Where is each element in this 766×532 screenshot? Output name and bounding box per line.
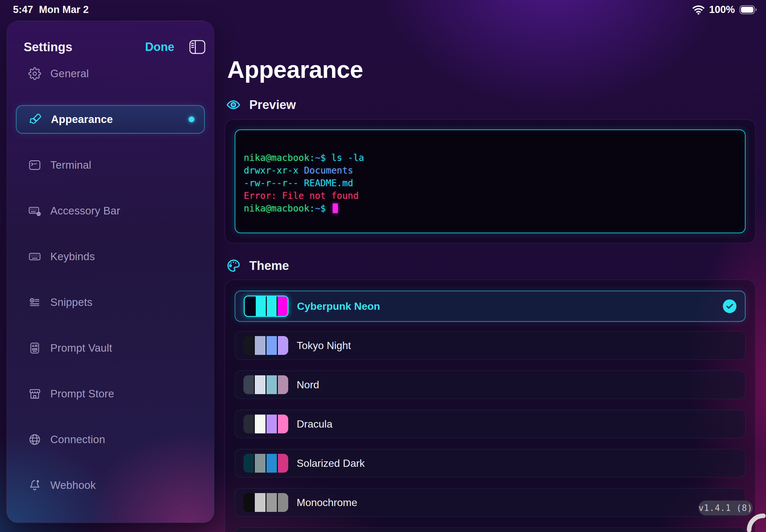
theme-row-nord[interactable]: Nord bbox=[235, 370, 746, 399]
sidebar-item-general[interactable]: General bbox=[16, 59, 205, 88]
theme-name: Dracula bbox=[297, 418, 332, 430]
sidebar-item-keybinds[interactable]: Keybinds bbox=[16, 242, 205, 271]
sidebar-item-label: Appearance bbox=[51, 113, 113, 126]
status-time: 5:47 bbox=[13, 4, 33, 16]
terminal-line: nika@macbook:~$ ls -la bbox=[244, 151, 745, 164]
sidebar-item-label: Prompt Vault bbox=[50, 342, 112, 354]
sidebar-item-connection[interactable]: Connection bbox=[16, 425, 205, 454]
theme-swatch bbox=[243, 375, 288, 394]
sidebar-toggle-icon[interactable] bbox=[189, 40, 205, 54]
terminal-cursor bbox=[333, 203, 338, 213]
storefront-icon bbox=[28, 387, 41, 400]
theme-name: Cyberpunk Neon bbox=[297, 300, 380, 312]
sidebar-item-label: Snippets bbox=[50, 296, 92, 308]
theme-name: Solarized Dark bbox=[297, 457, 365, 469]
settings-sidebar: Settings Done General Appearance Termina… bbox=[6, 21, 214, 523]
theme-list: Cyberpunk Neon Tokyo Night Nord Dracula bbox=[225, 280, 756, 532]
preview-card: nika@macbook:~$ ls -ladrwxr-xr-x Documen… bbox=[225, 119, 756, 243]
theme-swatch bbox=[243, 493, 288, 512]
selected-dot bbox=[188, 116, 194, 122]
preview-section-header: Preview bbox=[226, 97, 296, 112]
eye-icon bbox=[226, 97, 241, 112]
theme-row-dracula[interactable]: Dracula bbox=[235, 410, 746, 438]
wifi-icon bbox=[692, 5, 705, 15]
paintbrush-icon bbox=[29, 113, 42, 126]
terminal-line: drwxr-xr-x Documents bbox=[244, 164, 745, 177]
theme-swatch bbox=[244, 296, 288, 317]
sidebar-item-appearance[interactable]: Appearance bbox=[16, 105, 205, 134]
theme-name: Tokyo Night bbox=[297, 340, 351, 352]
theme-swatch bbox=[243, 454, 288, 473]
status-date: Mon Mar 2 bbox=[39, 4, 89, 16]
keyboard-badge-icon bbox=[28, 204, 41, 217]
sidebar-item-terminal[interactable]: Terminal bbox=[16, 151, 205, 179]
theme-section-header: Theme bbox=[226, 258, 289, 273]
page-title: Appearance bbox=[227, 56, 363, 83]
keyboard-icon bbox=[28, 250, 41, 263]
terminal-icon bbox=[28, 159, 41, 172]
theme-row-partial[interactable] bbox=[235, 527, 746, 532]
sidebar-item-label: Accessory Bar bbox=[50, 205, 120, 217]
terminal-line: Error: File not found bbox=[244, 189, 745, 202]
sidebar-item-label: Connection bbox=[50, 433, 105, 446]
terminal-preview: nika@macbook:~$ ls -ladrwxr-xr-x Documen… bbox=[235, 129, 746, 233]
theme-row-solarized-dark[interactable]: Solarized Dark bbox=[235, 449, 746, 478]
done-button[interactable]: Done bbox=[145, 40, 174, 54]
theme-name: Nord bbox=[297, 379, 319, 391]
terminal-line: nika@macbook:~$ bbox=[244, 202, 745, 215]
bell-icon bbox=[28, 479, 41, 492]
sidebar-item-accessory-bar[interactable]: Accessory Bar bbox=[16, 197, 205, 225]
theme-label: Theme bbox=[249, 259, 289, 273]
sidebar-item-label: General bbox=[50, 67, 89, 80]
status-bar: 5:47 Mon Mar 2 100% bbox=[13, 3, 757, 17]
sidebar-nav: General Appearance Terminal Accessory Ba… bbox=[7, 59, 214, 500]
theme-row-tokyo-night[interactable]: Tokyo Night bbox=[235, 331, 746, 360]
sidebar-title: Settings bbox=[24, 40, 72, 54]
sidebar-item-webhook[interactable]: Webhook bbox=[16, 471, 205, 500]
sidebar-item-label: Keybinds bbox=[50, 250, 95, 263]
preview-label: Preview bbox=[249, 98, 296, 112]
sidebar-item-prompt-vault[interactable]: Prompt Vault bbox=[16, 334, 205, 362]
sidebar-item-label: Prompt Store bbox=[50, 388, 114, 400]
sidebar-header: Settings Done bbox=[7, 21, 214, 54]
globe-icon bbox=[28, 433, 41, 446]
sidebar-item-prompt-store[interactable]: Prompt Store bbox=[16, 380, 205, 408]
corner-arc-decoration bbox=[740, 506, 766, 532]
snippets-icon bbox=[28, 296, 41, 309]
battery-icon bbox=[739, 5, 757, 14]
sidebar-item-label: Webhook bbox=[50, 479, 96, 491]
theme-swatch bbox=[243, 336, 288, 355]
prompt-vault-icon bbox=[28, 342, 41, 355]
gear-icon bbox=[28, 67, 41, 80]
check-icon bbox=[723, 299, 736, 313]
sidebar-item-snippets[interactable]: Snippets bbox=[16, 288, 205, 317]
theme-row-cyberpunk-neon[interactable]: Cyberpunk Neon bbox=[235, 291, 746, 322]
theme-row-monochrome[interactable]: Monochrome bbox=[235, 488, 746, 517]
terminal-line: -rw-r--r-- README.md bbox=[244, 177, 745, 189]
battery-percent: 100% bbox=[709, 4, 735, 16]
theme-swatch bbox=[243, 415, 288, 433]
theme-name: Monochrome bbox=[297, 497, 357, 509]
sidebar-item-label: Terminal bbox=[50, 159, 91, 171]
palette-icon bbox=[226, 258, 241, 273]
